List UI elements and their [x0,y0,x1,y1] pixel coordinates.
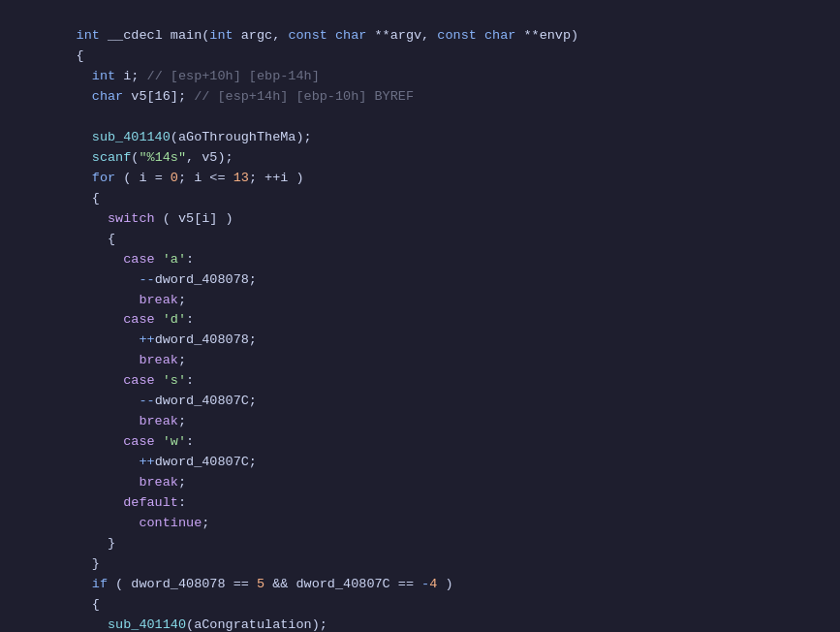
code-line-30: sub_401140(aCongratulation); [29,595,840,616]
code-line-28: if ( dword_408078 == 5 && dword_40807C =… [29,554,840,575]
code-line-3: int i; // [esp+10h] [ebp-14h] [29,47,840,67]
code-line-12: case 'a': [29,230,840,250]
line-numbers [0,0,21,632]
code-line-10: switch ( v5[i] ) [29,189,840,209]
code-editor: int __cdecl main(int argc, const char **… [0,0,840,632]
code-line-1: int __cdecl main(int argc, const char **… [29,6,840,26]
code-line-27: } [29,534,840,554]
code-content: int __cdecl main(int argc, const char **… [21,0,840,632]
code-line-6: sub_401140(aGoThroughTheMa); [29,108,840,128]
